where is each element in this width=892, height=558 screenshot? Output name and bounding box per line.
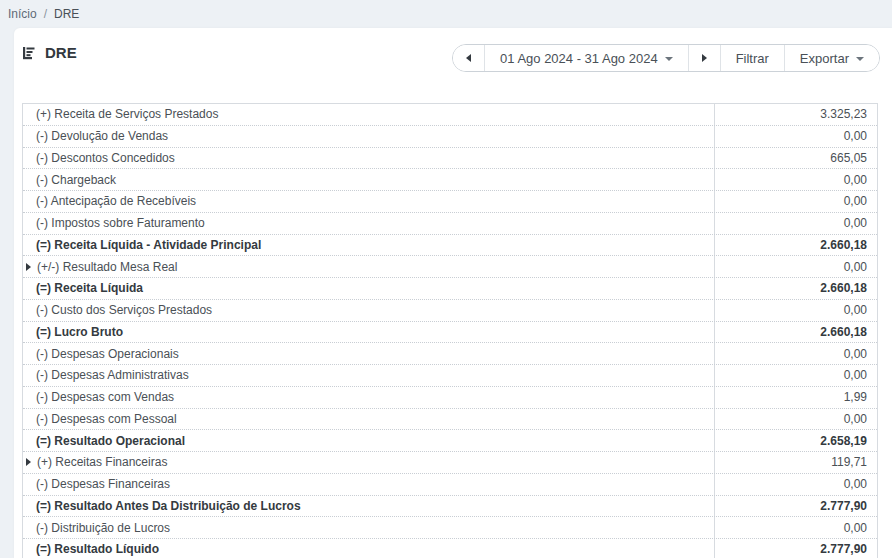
table-row: (-) Custo dos Serviços Prestados 0,00 <box>23 300 877 322</box>
row-value-cell: 0,00 <box>714 169 877 190</box>
date-range-label: 01 Ago 2024 - 31 Ago 2024 <box>500 51 658 66</box>
row-label-cell: (-) Despesas com Vendas <box>23 387 714 408</box>
row-value: 0,00 <box>844 303 867 317</box>
row-value-cell: 119,71 <box>714 452 877 473</box>
row-value-cell: 2.660,18 <box>714 235 877 256</box>
row-label: (=) Resultado Operacional <box>36 434 185 448</box>
row-label: (-) Devolução de Vendas <box>36 129 168 143</box>
export-button-label: Exportar <box>800 51 849 66</box>
row-label-cell: (=) Resultado Antes Da Distribuição de L… <box>23 496 714 517</box>
row-label: (-) Despesas Financeiras <box>36 477 170 491</box>
page-title-text: DRE <box>45 44 77 61</box>
breadcrumb-separator: / <box>44 7 47 21</box>
row-label-cell: (=) Resultado Operacional <box>23 430 714 451</box>
breadcrumb: Início / DRE <box>0 0 892 28</box>
row-value: 0,00 <box>844 412 867 426</box>
row-label-cell: (=) Resultado Líquido <box>23 539 714 558</box>
row-label: (-) Despesas Operacionais <box>36 347 179 361</box>
row-value-cell: 0,00 <box>714 474 877 495</box>
dre-table: (+) Receita de Serviços Prestados 3.325,… <box>22 103 878 558</box>
row-label: (=) Receita Líquida <box>36 281 143 295</box>
row-value: 2.658,19 <box>820 434 867 448</box>
table-row: (+) Receita de Serviços Prestados 3.325,… <box>23 104 877 126</box>
row-value-cell: 0,00 <box>714 300 877 321</box>
row-value: 119,71 <box>831 455 867 469</box>
row-value-cell: 1,99 <box>714 387 877 408</box>
row-value-cell: 2.658,19 <box>714 430 877 451</box>
dre-card: DRE 01 Ago 2024 - 31 Ago 2024 Filtrar Ex… <box>14 28 892 558</box>
bar-chart-icon <box>22 45 38 61</box>
row-value-cell: 0,00 <box>714 517 877 538</box>
row-value: 2.777,90 <box>820 499 867 513</box>
row-label: (=) Lucro Bruto <box>36 325 123 339</box>
row-value-cell: 0,00 <box>714 191 877 212</box>
filter-button-label: Filtrar <box>736 51 769 66</box>
row-value-cell: 0,00 <box>714 409 877 430</box>
row-value: 0,00 <box>844 216 867 230</box>
row-label-cell: (=) Lucro Bruto <box>23 322 714 343</box>
caret-down-icon <box>665 57 673 61</box>
row-value-cell: 0,00 <box>714 126 877 147</box>
row-label-cell: (=) Receita Líquida - Atividade Principa… <box>23 235 714 256</box>
row-label: (-) Custo dos Serviços Prestados <box>36 303 212 317</box>
table-row[interactable]: (+) Receitas Financeiras 119,71 <box>23 452 877 474</box>
row-label: (-) Impostos sobre Faturamento <box>36 216 205 230</box>
table-row: (=) Receita Líquida - Atividade Principa… <box>23 235 877 257</box>
row-value: 665,05 <box>830 151 867 165</box>
toolbar: 01 Ago 2024 - 31 Ago 2024 Filtrar Export… <box>452 44 880 72</box>
export-button[interactable]: Exportar <box>784 45 879 71</box>
row-value-cell: 0,00 <box>714 365 877 386</box>
row-label-cell: (-) Despesas com Pessoal <box>23 409 714 430</box>
next-period-button[interactable] <box>688 45 720 71</box>
row-value-cell: 665,05 <box>714 148 877 169</box>
row-label: (+/-) Resultado Mesa Real <box>37 260 177 274</box>
caret-down-icon <box>856 57 864 61</box>
row-value-cell: 2.660,18 <box>714 322 877 343</box>
table-row: (-) Despesas Administrativas 0,00 <box>23 365 877 387</box>
table-row: (=) Resultado Antes Da Distribuição de L… <box>23 496 877 518</box>
breadcrumb-home-link[interactable]: Início <box>8 7 37 21</box>
expand-arrow-icon[interactable] <box>26 458 31 466</box>
row-value: 0,00 <box>844 129 867 143</box>
row-value-cell: 0,00 <box>714 256 877 277</box>
filter-button[interactable]: Filtrar <box>720 45 784 71</box>
row-value: 0,00 <box>844 477 867 491</box>
row-value: 2.660,18 <box>820 325 867 339</box>
row-label-cell: (-) Impostos sobre Faturamento <box>23 213 714 234</box>
row-label: (=) Receita Líquida - Atividade Principa… <box>36 238 261 252</box>
table-row: (-) Despesas Operacionais 0,00 <box>23 343 877 365</box>
row-value: 0,00 <box>844 368 867 382</box>
dre-table-body: (+) Receita de Serviços Prestados 3.325,… <box>23 104 877 558</box>
row-label-cell: (+/-) Resultado Mesa Real <box>23 256 714 277</box>
row-value: 0,00 <box>844 347 867 361</box>
table-row: (-) Despesas com Pessoal 0,00 <box>23 409 877 431</box>
date-range-button[interactable]: 01 Ago 2024 - 31 Ago 2024 <box>484 45 688 71</box>
breadcrumb-current: DRE <box>54 7 79 21</box>
row-value: 3.325,23 <box>820 107 867 121</box>
row-label-cell: (-) Despesas Administrativas <box>23 365 714 386</box>
prev-period-button[interactable] <box>453 45 484 71</box>
row-value: 0,00 <box>844 521 867 535</box>
table-row[interactable]: (+/-) Resultado Mesa Real 0,00 <box>23 256 877 278</box>
row-label-cell: (+) Receita de Serviços Prestados <box>23 104 714 125</box>
table-row: (=) Lucro Bruto 2.660,18 <box>23 322 877 344</box>
row-value: 0,00 <box>844 173 867 187</box>
row-label-cell: (-) Devolução de Vendas <box>23 126 714 147</box>
expand-arrow-icon[interactable] <box>26 263 31 271</box>
table-row: (-) Devolução de Vendas 0,00 <box>23 126 877 148</box>
row-value-cell: 2.660,18 <box>714 278 877 299</box>
row-value: 2.777,90 <box>820 542 867 556</box>
table-row: (-) Impostos sobre Faturamento 0,00 <box>23 213 877 235</box>
table-row: (=) Resultado Líquido 2.777,90 <box>23 539 877 558</box>
row-value: 2.660,18 <box>820 238 867 252</box>
table-row: (-) Antecipação de Recebíveis 0,00 <box>23 191 877 213</box>
row-label: (-) Despesas com Pessoal <box>36 412 177 426</box>
table-row: (-) Descontos Concedidos 665,05 <box>23 148 877 170</box>
row-value-cell: 0,00 <box>714 343 877 364</box>
row-label: (-) Chargeback <box>36 173 116 187</box>
table-row: (=) Resultado Operacional 2.658,19 <box>23 430 877 452</box>
row-label-cell: (-) Despesas Financeiras <box>23 474 714 495</box>
table-row: (=) Receita Líquida 2.660,18 <box>23 278 877 300</box>
row-value: 0,00 <box>844 194 867 208</box>
table-row: (-) Distribuição de Lucros 0,00 <box>23 517 877 539</box>
